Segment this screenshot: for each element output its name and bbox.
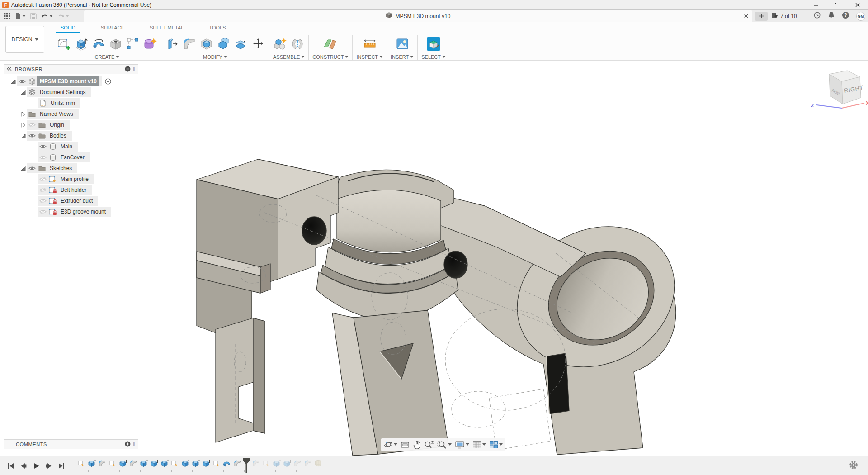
construct-plane-button[interactable] bbox=[323, 36, 338, 52]
timeline-feature-fillet-5[interactable] bbox=[128, 458, 138, 469]
browser-row-sketches[interactable]: Sketches bbox=[4, 163, 138, 174]
hole-button[interactable] bbox=[108, 36, 123, 52]
save-button[interactable] bbox=[30, 13, 37, 19]
timeline-feature-sketch-18[interactable] bbox=[261, 458, 271, 469]
orbit-tool[interactable] bbox=[384, 440, 397, 449]
timeline-step-back[interactable] bbox=[19, 461, 28, 470]
combine-button[interactable] bbox=[217, 36, 231, 52]
visibility-eye-off-icon[interactable] bbox=[38, 209, 48, 215]
timeline-feature-extrude-10[interactable] bbox=[180, 458, 190, 469]
pattern-button[interactable] bbox=[126, 36, 140, 52]
new-component-button[interactable] bbox=[273, 36, 288, 52]
visibility-eye-icon[interactable] bbox=[27, 165, 37, 171]
add-comment-icon[interactable] bbox=[125, 441, 131, 448]
timeline-feature-form-23[interactable] bbox=[313, 458, 323, 469]
timeline-feature-extrude-8[interactable] bbox=[159, 458, 170, 469]
display-settings-tool[interactable] bbox=[455, 441, 469, 449]
panel-grip[interactable]: ‖ bbox=[133, 67, 135, 72]
timeline-feature-fillet-17[interactable] bbox=[250, 458, 261, 469]
browser-row-sketch-belt-holder[interactable]: Belt holder bbox=[4, 185, 138, 195]
grid-snaps-tool[interactable] bbox=[472, 441, 486, 449]
visibility-eye-icon[interactable] bbox=[38, 143, 48, 150]
minimize-panel-icon[interactable] bbox=[125, 66, 131, 73]
browser-row-sketch-main-profile[interactable]: Main profile bbox=[4, 174, 138, 185]
create-form-button[interactable] bbox=[143, 36, 157, 52]
ribbon-group-label-inspect[interactable]: INSPECT bbox=[356, 54, 383, 60]
visibility-eye-off-icon[interactable] bbox=[27, 122, 37, 128]
ribbon-tab-sheet-metal[interactable]: SHEET METAL bbox=[147, 24, 186, 33]
browser-row-origin[interactable]: Origin bbox=[4, 119, 138, 130]
collapse-triangle-icon[interactable] bbox=[19, 122, 27, 128]
user-avatar[interactable]: GM bbox=[856, 12, 865, 21]
ribbon-tab-surface[interactable]: SURFACE bbox=[98, 24, 127, 33]
browser-row-named-views[interactable]: Named Views bbox=[4, 109, 138, 119]
panel-grip[interactable]: ‖ bbox=[133, 442, 135, 447]
new-tab-button[interactable] bbox=[755, 12, 768, 21]
timeline-feature-extrude-7[interactable] bbox=[149, 458, 159, 469]
notifications-icon[interactable] bbox=[828, 11, 835, 21]
ribbon-group-label-construct[interactable]: CONSTRUCT bbox=[312, 54, 349, 60]
timeline-feature-extrude-20[interactable] bbox=[282, 458, 292, 469]
zoom-tool[interactable] bbox=[424, 440, 434, 449]
viewcube[interactable]: FRONT RIGHT Z X bbox=[810, 68, 868, 113]
ribbon-tab-solid[interactable]: SOLID bbox=[58, 24, 78, 33]
browser-row-bodies[interactable]: Bodies bbox=[4, 130, 138, 141]
close-button[interactable] bbox=[847, 0, 868, 10]
close-tab-icon[interactable] bbox=[744, 12, 749, 20]
app-menu-button[interactable] bbox=[4, 13, 10, 19]
browser-row-sketch-e3d-groove-mount[interactable]: E3D groove mount bbox=[4, 206, 138, 217]
timeline-feature-extrude-12[interactable] bbox=[201, 458, 211, 469]
ribbon-group-label-modify[interactable]: MODIFY bbox=[203, 54, 227, 60]
measure-button[interactable] bbox=[363, 36, 377, 52]
expand-triangle-icon[interactable] bbox=[19, 165, 27, 171]
minimize-button[interactable] bbox=[806, 0, 826, 10]
visibility-eye-off-icon[interactable] bbox=[38, 176, 48, 182]
extrude-button[interactable] bbox=[74, 36, 89, 52]
visibility-eye-off-icon[interactable] bbox=[38, 154, 48, 161]
comments-panel-header[interactable]: COMMENTS ‖ bbox=[4, 439, 138, 449]
timeline-feature-revolve-14[interactable] bbox=[222, 458, 232, 469]
expand-triangle-icon[interactable] bbox=[19, 89, 27, 95]
timeline-play[interactable] bbox=[32, 461, 41, 470]
visibility-eye-icon[interactable] bbox=[27, 133, 37, 139]
timeline-feature-sketch-13[interactable] bbox=[211, 458, 222, 469]
browser-row-document-settings[interactable]: Document Settings bbox=[4, 87, 138, 98]
select-button[interactable] bbox=[426, 36, 441, 52]
viewports-tool[interactable] bbox=[489, 441, 503, 449]
zoom-window-tool[interactable] bbox=[437, 440, 452, 449]
move-copy-button[interactable] bbox=[251, 36, 265, 52]
fillet-button[interactable] bbox=[182, 36, 197, 52]
timeline-feature-fillet-2[interactable] bbox=[97, 458, 107, 469]
insert-canvas-button[interactable] bbox=[395, 36, 410, 52]
job-status-icon[interactable] bbox=[813, 11, 821, 21]
offset-face-button[interactable] bbox=[234, 36, 248, 52]
timeline-feature-fillet-15[interactable] bbox=[232, 458, 242, 469]
timeline-feature-extrude-19[interactable] bbox=[271, 458, 282, 469]
ribbon-tab-tools[interactable]: TOOLS bbox=[206, 24, 228, 33]
visibility-eye-icon[interactable] bbox=[17, 78, 27, 85]
help-icon[interactable]: ? bbox=[842, 11, 849, 21]
timeline-feature-extrude-6[interactable] bbox=[138, 458, 149, 469]
shell-button[interactable] bbox=[199, 36, 214, 52]
undo-button[interactable] bbox=[41, 13, 53, 19]
timeline-feature-extrude-4[interactable] bbox=[118, 458, 128, 469]
timeline-feature-sketch-0[interactable] bbox=[76, 458, 86, 469]
timeline-settings-gear-icon[interactable] bbox=[849, 461, 858, 471]
timeline-feature-fillet-21[interactable] bbox=[292, 458, 302, 469]
timeline-go-to-start[interactable] bbox=[6, 461, 15, 470]
look-at-tool[interactable] bbox=[401, 441, 410, 449]
timeline-step-forward[interactable] bbox=[44, 461, 53, 470]
pan-tool[interactable] bbox=[413, 440, 421, 449]
revolve-button[interactable] bbox=[91, 36, 106, 52]
workspace-switcher[interactable]: DESIGN bbox=[5, 26, 44, 53]
timeline-go-to-end[interactable] bbox=[57, 461, 66, 470]
expand-triangle-icon[interactable] bbox=[19, 133, 27, 139]
create-sketch-button[interactable] bbox=[57, 36, 71, 52]
ribbon-group-label-assemble[interactable]: ASSEMBLE bbox=[273, 54, 305, 60]
ribbon-group-label-create[interactable]: CREATE bbox=[95, 54, 120, 60]
timeline-feature-fillet-22[interactable] bbox=[302, 458, 313, 469]
browser-row-body-main[interactable]: Main bbox=[4, 141, 138, 152]
timeline-feature-extrude-1[interactable] bbox=[86, 458, 97, 469]
browser-row-units[interactable]: Units: mm bbox=[4, 98, 138, 109]
browser-row-root[interactable]: MPSM E3D mount v10 bbox=[4, 76, 138, 87]
